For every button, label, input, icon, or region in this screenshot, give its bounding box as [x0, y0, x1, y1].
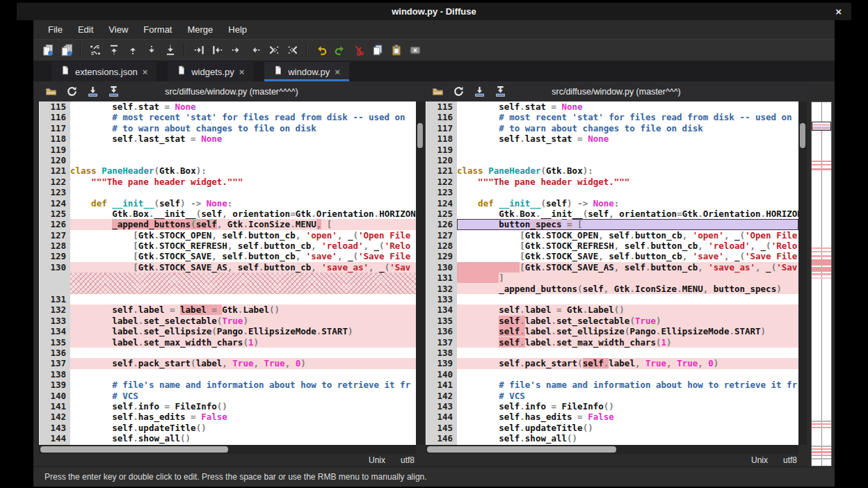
copy-left-into-selection-button[interactable]	[227, 42, 245, 58]
right-code-editor[interactable]: self.stat = None # most recent 'stat' fo…	[457, 101, 798, 445]
code-line-120[interactable]	[457, 155, 798, 165]
tab-window-py[interactable]: window.py×	[264, 62, 349, 81]
menu-item-merge[interactable]: Merge	[179, 24, 220, 35]
code-line-120[interactable]	[70, 155, 416, 165]
code-line-130[interactable]: [Gtk.STOCK_SAVE_AS, self.button_cb, 'sav…	[70, 262, 416, 273]
code-line-118[interactable]: self.last_stat = None	[70, 133, 416, 144]
copy-button[interactable]	[369, 42, 386, 58]
code-line-122[interactable]: """The pane header widget."""	[70, 177, 416, 187]
left-pane-reload-file-button[interactable]	[65, 85, 79, 98]
code-line-144[interactable]: self.show_all()	[70, 433, 416, 444]
code-line-117[interactable]: # to warn about changes to file on disk	[70, 123, 416, 133]
right-vertical-scrollbar-thumb[interactable]	[800, 123, 805, 148]
code-line-141[interactable]: self.info = FileInfo()	[70, 401, 416, 412]
code-line-145[interactable]: self.updateTitle()	[457, 423, 798, 433]
diff-overview-map[interactable]	[811, 101, 832, 466]
right-pane-save-file-as-button[interactable]	[494, 85, 507, 98]
menu-item-file[interactable]: File	[40, 24, 70, 35]
last-difference-button[interactable]	[161, 42, 179, 58]
code-line-115[interactable]: self.stat = None	[457, 101, 798, 112]
merge-from-right-then-left-button[interactable]	[284, 42, 301, 58]
code-line-126[interactable]: button_specs = [	[457, 219, 798, 229]
code-line-124[interactable]: def __init__(self) -> None:	[457, 198, 798, 209]
clear-edits-button[interactable]	[406, 42, 424, 58]
code-line-136[interactable]	[70, 348, 416, 358]
code-line-136[interactable]: self.label.set_ellipsize(Pango.Ellipsize…	[457, 326, 798, 336]
code-line-132[interactable]: _append_buttons(self, Gtk.IconSize.MENU,…	[457, 284, 798, 294]
code-line-119[interactable]	[457, 145, 798, 155]
menu-item-help[interactable]: Help	[220, 24, 255, 35]
code-line-131[interactable]	[70, 294, 416, 304]
code-line-122[interactable]: """The pane header widget."""	[457, 177, 798, 187]
realign-all-button[interactable]	[86, 42, 104, 58]
overview-viewport-indicator[interactable]	[812, 122, 831, 131]
new-2way-file-merge-button[interactable]	[39, 42, 56, 58]
code-line-116[interactable]: # most recent 'stat' for files read from…	[457, 112, 798, 122]
code-line-142[interactable]: self.has_edits = False	[70, 412, 416, 422]
cut-button[interactable]	[350, 42, 367, 58]
left-pane-open-file-button[interactable]	[45, 85, 58, 98]
left-pane-save-file-as-button[interactable]	[107, 85, 120, 98]
previous-difference-button[interactable]	[124, 42, 141, 58]
code-line-139[interactable]: # file's name and information about how …	[70, 380, 416, 390]
code-line-115[interactable]: self.stat = None	[70, 101, 416, 112]
left-horizontal-scrollbar[interactable]	[39, 445, 416, 454]
right-pane-reload-file-button[interactable]	[452, 85, 465, 98]
window-close-button[interactable]: ×	[835, 3, 842, 20]
copy-right-into-selection-button[interactable]	[246, 42, 264, 58]
code-line-131[interactable]: ]	[457, 273, 798, 283]
code-line-138[interactable]	[457, 348, 798, 358]
code-line-134[interactable]: label.set_ellipsize(Pango.EllipsizeMode.…	[70, 326, 416, 336]
code-line-116[interactable]: # most recent 'stat' for files read from…	[70, 112, 416, 122]
alignment-gap-row[interactable]	[70, 284, 416, 294]
code-line-139[interactable]: self.pack_start(self.label, True, True, …	[457, 358, 798, 368]
tab-widgets-py[interactable]: widgets.py×	[168, 62, 253, 81]
copy-selection-right-button[interactable]	[190, 42, 207, 58]
code-line-119[interactable]	[70, 145, 416, 155]
code-line-129[interactable]: [Gtk.STOCK_SAVE, self.button_cb, 'save',…	[70, 251, 416, 261]
code-line-135[interactable]: self.label.set_selectable(True)	[457, 316, 798, 326]
code-line-137[interactable]: self.pack_start(label, True, True, 0)	[70, 358, 416, 368]
menu-item-format[interactable]: Format	[136, 24, 179, 35]
code-line-133[interactable]	[457, 294, 798, 304]
new-3way-file-merge-button[interactable]	[58, 42, 75, 58]
left-horizontal-scrollbar-thumb[interactable]	[40, 446, 228, 453]
code-line-143[interactable]: self.info = FileInfo()	[457, 401, 798, 412]
code-line-123[interactable]	[457, 187, 798, 197]
tab-close-icon[interactable]: ×	[335, 67, 340, 77]
code-line-142[interactable]: # VCS	[457, 391, 798, 401]
code-line-133[interactable]: label.set_selectable(True)	[70, 316, 416, 326]
left-pane-save-file-button[interactable]	[86, 85, 99, 98]
code-line-141[interactable]: # file's name and information about how …	[457, 380, 798, 390]
code-line-138[interactable]	[70, 369, 416, 380]
paste-button[interactable]	[387, 42, 405, 58]
right-pane-save-file-button[interactable]	[473, 85, 486, 98]
code-line-123[interactable]	[70, 187, 416, 197]
undo-button[interactable]	[312, 42, 330, 58]
left-code-editor[interactable]: self.stat = None # most recent 'stat' fo…	[70, 101, 416, 445]
menu-item-view[interactable]: View	[101, 24, 136, 35]
right-horizontal-scrollbar[interactable]	[426, 445, 798, 454]
menu-item-edit[interactable]: Edit	[70, 24, 101, 35]
copy-selection-left-button[interactable]	[209, 42, 226, 58]
code-line-127[interactable]: [Gtk.STOCK_OPEN, self.button_cb, 'open',…	[70, 230, 416, 241]
code-line-140[interactable]	[457, 369, 798, 380]
tab-extensions-json[interactable]: extensions.json×	[51, 62, 156, 81]
code-line-125[interactable]: Gtk.Box.__init__(self, orientation=Gtk.O…	[70, 209, 416, 219]
code-line-137[interactable]: self.label.set_max_width_chars(1)	[457, 337, 798, 348]
code-line-117[interactable]: # to warn about changes to file on disk	[457, 123, 798, 133]
first-difference-button[interactable]	[105, 42, 122, 58]
code-line-121[interactable]: class PaneHeader(Gtk.Box):	[70, 165, 416, 176]
code-line-135[interactable]: label.set_max_width_chars(1)	[70, 337, 416, 348]
code-line-134[interactable]: self.label = Gtk.Label()	[457, 304, 798, 315]
code-line-144[interactable]: self.has_edits = False	[457, 412, 798, 422]
code-line-129[interactable]: [Gtk.STOCK_SAVE, self.button_cb, 'save',…	[457, 251, 798, 261]
code-line-118[interactable]: self.last_stat = None	[457, 133, 798, 144]
code-line-121[interactable]: class PaneHeader(Gtk.Box):	[457, 165, 798, 176]
alignment-gap-row[interactable]	[70, 273, 416, 283]
merge-from-left-then-right-button[interactable]	[265, 42, 282, 58]
code-line-143[interactable]: self.updateTitle()	[70, 423, 416, 433]
next-difference-button[interactable]	[143, 42, 160, 58]
code-line-124[interactable]: def __init__(self) -> None:	[70, 198, 416, 209]
left-vertical-scrollbar-thumb[interactable]	[417, 123, 423, 148]
